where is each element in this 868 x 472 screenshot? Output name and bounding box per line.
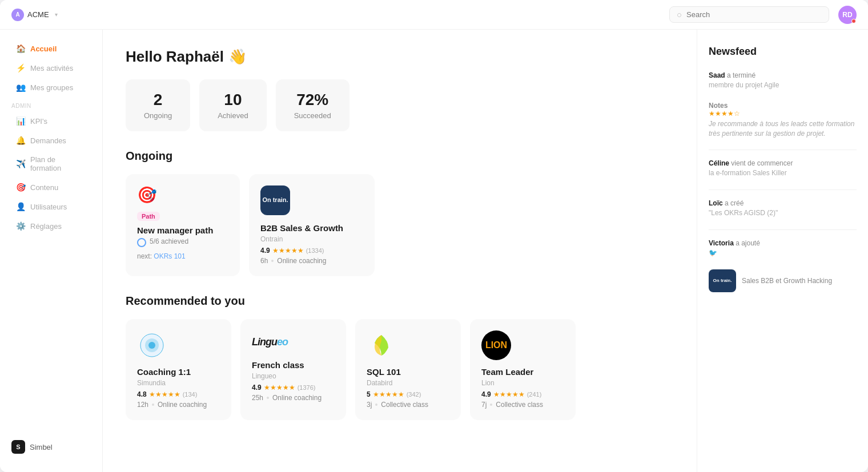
simundia-logo [137, 330, 167, 360]
groups-icon: 👥 [16, 83, 26, 92]
feed-user-victoria: Victoria a ajouté [709, 239, 857, 247]
feed-divider-1 [709, 150, 857, 150]
sidebar-brand: S Simbel [0, 431, 102, 463]
rec-card-teamleader[interactable]: LION Team Leader Lion 4.9 ★★★★★ (241) 7j… [470, 319, 576, 420]
notification-dot [851, 19, 856, 23]
top-bar-right: ○ RD [669, 6, 857, 24]
rating-row-sql: 5 ★★★★★ (342) [367, 390, 449, 398]
course-card-new-manager[interactable]: 🎯 Path New manager path 5/6 achieved nex… [126, 174, 240, 276]
stat-succeeded-number: 72% [294, 91, 331, 109]
rec-card-sql[interactable]: SQL 101 Databird 5 ★★★★★ (342) 3j Collec… [355, 319, 461, 420]
feed-user-celine: Céline vient de commencer [709, 159, 857, 167]
stars-b2b: ★★★★★ [272, 247, 304, 255]
feed-thumb-label: Sales B2B et Growth Hacking [742, 277, 832, 285]
course-provider-b2b: Ontrain [260, 235, 363, 243]
feed-user-saad: Saad a terminé [709, 71, 857, 79]
feed-item-loic: Loïc a créé "Les OKRs AGISD (2)" [709, 199, 857, 218]
feed-divider-3 [709, 229, 857, 230]
rating-count-b2b: (1334) [306, 247, 324, 254]
stat-succeeded: 72% Succeeded [276, 79, 349, 131]
rec-provider-coaching: Simundia [137, 379, 220, 387]
app-icon: A [11, 9, 24, 21]
rec-provider-sql: Databird [367, 379, 449, 387]
ontrain-logo: On train. [260, 185, 290, 215]
sidebar-item-kpis[interactable]: 📊 KPI's [5, 112, 98, 130]
next-text: next: OKRs 101 [137, 252, 228, 260]
lion-logo: LION [481, 330, 511, 360]
meta-row-lion: 7j Collective class [481, 401, 564, 409]
chevron-down-icon: ▾ [55, 11, 58, 18]
ongoing-section-title: Ongoing [126, 150, 674, 163]
meta-row-coaching: 12h Online coaching [137, 401, 220, 409]
rating-row-french: 4.9 ★★★★★ (1376) [252, 384, 335, 392]
sidebar-item-reglages[interactable]: ⚙️ Réglages [5, 217, 98, 235]
contenu-icon: 🎯 [16, 183, 26, 192]
course-title-b2b: B2B Sales & Growth [260, 223, 363, 233]
sidebar: 🏠 Accueil ⚡ Mes activités 👥 Mes groupes … [0, 30, 103, 472]
demandes-icon: 🔔 [16, 136, 26, 145]
feed-thumb-ontrain: On train. [709, 269, 736, 292]
sidebar-admin-label: Admin [0, 97, 102, 111]
feed-divider-2 [709, 189, 857, 190]
sidebar-item-mes-activites[interactable]: ⚡ Mes activités [5, 59, 98, 77]
course-card-b2b[interactable]: On train. B2B Sales & Growth Ontrain 4.9… [249, 174, 375, 276]
feed-comment: Je recommande à tous les leads cette for… [709, 119, 857, 139]
feed-thumbnail-sales: On train. Sales B2B et Growth Hacking [709, 269, 857, 292]
search-icon: ○ [677, 10, 682, 19]
kpi-icon: 📊 [16, 116, 26, 126]
recommended-section-title: Recommended to you [126, 295, 674, 308]
rec-card-coaching[interactable]: Coaching 1:1 Simundia 4.8 ★★★★★ (134) 12… [126, 319, 231, 420]
rating-row-coaching: 4.8 ★★★★★ (134) [137, 390, 220, 398]
rating-row-b2b: 4.9 ★★★★★ (1334) [260, 247, 363, 255]
sidebar-item-contenu[interactable]: 🎯 Contenu [5, 178, 98, 196]
recommended-cards-row: Coaching 1:1 Simundia 4.8 ★★★★★ (134) 12… [126, 319, 674, 420]
main-layout: 🏠 Accueil ⚡ Mes activités 👥 Mes groupes … [0, 30, 868, 472]
sidebar-item-accueil[interactable]: 🏠 Accueil [5, 39, 98, 58]
feed-detail-celine: la e-formation Sales Killer [709, 168, 857, 178]
stat-achieved-label: Achieved [218, 111, 248, 120]
feed-detail-saad: membre du projet Agile [709, 80, 857, 90]
rec-card-french[interactable]: Lingueo French class Lingueo 4.9 ★★★★★ (… [240, 319, 346, 420]
sidebar-item-plan-formation[interactable]: ✈️ Plan de formation [5, 151, 98, 177]
sidebar-item-mes-groupes[interactable]: 👥 Mes groupes [5, 78, 98, 96]
stats-row: 2 Ongoing 10 Achieved 72% Succeeded [126, 79, 674, 131]
utilisateurs-icon: 👤 [16, 202, 26, 211]
search-bar[interactable]: ○ [669, 6, 829, 23]
next-link[interactable]: OKRs 101 [154, 252, 185, 260]
sidebar-item-demandes[interactable]: 🔔 Demandes [5, 131, 98, 150]
simbel-logo-icon: S [11, 440, 25, 454]
rec-title-french: French class [252, 360, 335, 370]
search-input[interactable] [686, 10, 822, 19]
avatar[interactable]: RD [838, 6, 857, 24]
path-badge: Path [137, 212, 160, 221]
rating-value-b2b: 4.9 [260, 247, 270, 255]
rec-title-coaching: Coaching 1:1 [137, 367, 220, 377]
databird-logo [367, 330, 396, 360]
feed-item-celine: Céline vient de commencer la e-formation… [709, 159, 857, 178]
feed-detail-victoria: 🐦 [709, 248, 857, 258]
stat-ongoing-label: Ongoing [144, 111, 172, 120]
page-title: Hello Raphaël 👋 [126, 48, 674, 66]
reglages-icon: ⚙️ [16, 221, 26, 231]
progress-indicator: 5/6 achieved [137, 237, 228, 248]
feed-item-victoria: Victoria a ajouté 🐦 [709, 239, 857, 258]
course-title-new-manager: New manager path [137, 225, 228, 235]
app-branding: A ACME ▾ [11, 9, 58, 21]
ongoing-cards-row: 🎯 Path New manager path 5/6 achieved nex… [126, 174, 674, 276]
goal-target-icon: 🎯 [137, 185, 228, 204]
rating-row-lion: 4.9 ★★★★★ (241) [481, 390, 564, 398]
stat-ongoing: 2 Ongoing [126, 79, 190, 131]
svg-point-2 [148, 342, 155, 349]
stat-achieved-number: 10 [218, 91, 248, 109]
progress-text: 5/6 achieved [150, 237, 188, 245]
feed-user-loic: Loïc a créé [709, 199, 857, 207]
greeting-emoji: 👋 [228, 48, 247, 66]
stat-succeeded-label: Succeeded [294, 111, 331, 120]
rec-title-sql: SQL 101 [367, 367, 449, 377]
activity-icon: ⚡ [16, 63, 26, 72]
home-icon: 🏠 [16, 44, 26, 53]
feed-stars: ★★★★☆ [709, 110, 857, 118]
sidebar-item-utilisateurs[interactable]: 👤 Utilisateurs [5, 197, 98, 216]
lingueo-logo: Lingueo [252, 330, 282, 353]
top-bar: A ACME ▾ ○ RD [0, 0, 868, 30]
